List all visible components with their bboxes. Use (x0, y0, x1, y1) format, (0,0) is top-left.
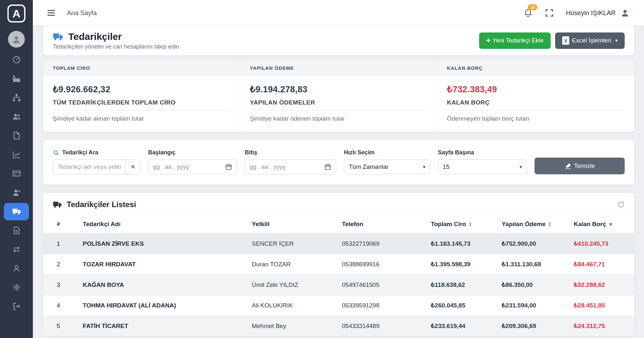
refresh-button[interactable] (617, 201, 625, 208)
breadcrumb[interactable]: Ana Sayfa (67, 9, 97, 17)
sidebar-item-logout[interactable] (0, 297, 33, 316)
calendar-icon (324, 163, 331, 170)
app-logo[interactable]: A (7, 5, 25, 23)
caret-down-icon: ▾ (615, 38, 618, 43)
user-name: Hüseyin IŞIKLAR (566, 9, 616, 17)
table-row[interactable]: 4 TOHMA HIRDAVAT (ALİ ADANA) Ali KOLUKIR… (43, 295, 634, 316)
quick-select-label: Hızlı Seçim (344, 149, 430, 156)
stat-total-turnover: TOPLAM CİRO ₺9.926.662,32 TÜM TEDARİKÇİL… (43, 60, 240, 132)
sidebar-item-invoices[interactable] (0, 221, 33, 240)
stat-value: ₺732.383,49 (447, 84, 625, 95)
contact-icon (12, 188, 21, 197)
sidebar-item-structure[interactable] (0, 88, 33, 107)
sort-icon: ▲▼ (469, 222, 472, 227)
table-row[interactable]: 2 TOZAR HIRDAVAT Duran TOZAR 05388699916… (43, 254, 634, 275)
sitemap-icon (12, 93, 21, 102)
sidebar-item-customers[interactable] (0, 107, 33, 126)
end-date-input[interactable]: gg . aa . yyyy (245, 160, 336, 174)
sidebar-item-transfers[interactable] (0, 240, 33, 259)
filters-card: Tedarikçi Ara ✕ Başlangıç gg . aa . yyyy (43, 140, 634, 185)
per-page-label: Sayfa Başına (438, 149, 527, 156)
excel-operations-button[interactable]: X Excel İşlemleri ▾ (555, 32, 625, 49)
sidebar-item-reports[interactable] (0, 145, 33, 164)
page-subtitle: Tedarikçileri yönetin ve cari hesapların… (53, 43, 179, 50)
document-icon (12, 131, 21, 140)
page-header-card: Tedarikçiler Tedarikçileri yönetin ve ca… (43, 26, 634, 55)
stat-value: ₺9.194.278,83 (250, 84, 427, 95)
sidebar-item-payments[interactable] (0, 164, 33, 183)
col-num: # (43, 215, 77, 233)
user-menu[interactable]: Hüseyin IŞIKLAR (566, 8, 630, 18)
col-phone: Telefon (336, 215, 425, 233)
app-root: A (0, 0, 644, 338)
stat-description: Şimdiye kadar ödenen toplam tutar (250, 115, 427, 122)
sidebar-item-suppliers[interactable] (0, 202, 33, 221)
supplier-name: KAĞAN BOYA (77, 275, 246, 295)
clear-search-button[interactable]: ✕ (126, 160, 140, 174)
supplier-name: TOHMA HIRDAVAT (ALİ ADANA) (77, 295, 246, 316)
stat-label: YAPILAN ÖDEMELER (250, 99, 427, 110)
stat-payments-made: YAPILAN ÖDEME ₺9.194.278,83 YAPILAN ÖDEM… (240, 60, 437, 132)
stat-remaining-debt: KALAN BORÇ ₺732.383,49 KALAN BORÇ Ödenme… (437, 60, 634, 132)
search-icon (53, 150, 59, 156)
sort-desc-icon: ▼ (609, 222, 613, 227)
search-label: Tedarikçi Ara (53, 149, 140, 156)
hamburger-menu-button[interactable] (46, 8, 56, 18)
clear-filters-button[interactable]: Temizle (535, 158, 625, 174)
supplier-name: TOZAR HIRDAVAT (77, 254, 246, 275)
col-turnover-sort[interactable]: Toplam Ciro▲▼ (425, 215, 496, 233)
factory-icon (12, 74, 21, 83)
suppliers-title-truck-icon (53, 32, 63, 42)
refresh-icon (617, 201, 625, 208)
suppliers-table-card: Tedarikçiler Listesi # Tedarikçi Adı Yet… (43, 193, 634, 336)
sidebar-item-production[interactable] (0, 69, 33, 88)
col-paid-sort[interactable]: Yapılan Ödeme▲▼ (496, 215, 568, 233)
page-title: Tedarikçiler (68, 31, 122, 42)
sidebar-item-documents[interactable] (0, 126, 33, 145)
truck-icon (12, 207, 21, 216)
avatar-person-icon (11, 34, 22, 44)
stats-row: TOPLAM CİRO ₺9.926.662,32 TÜM TEDARİKÇİL… (43, 60, 634, 132)
table-header-row: # Tedarikçi Adı Yetkili Telefon Toplam C… (43, 215, 634, 233)
col-debt-sort[interactable]: Kalan Borç▼ (568, 215, 634, 233)
table-row[interactable]: 3 KAĞAN BOYA Ümit Zeki YILDIZ 0549746150… (43, 275, 634, 295)
col-contact: Yetkili (246, 215, 336, 233)
logout-icon (12, 302, 21, 311)
search-input[interactable] (53, 160, 126, 174)
invoice-icon (12, 226, 21, 235)
calendar-icon (225, 163, 232, 170)
chart-icon (12, 150, 21, 159)
sidebar-nav (0, 50, 33, 316)
quick-select[interactable]: Tüm Zamanlar ▾ (344, 160, 430, 174)
list-truck-icon (53, 200, 62, 209)
plus-icon: + (486, 36, 491, 45)
credit-card-icon (12, 169, 21, 178)
clear-x-icon: ✕ (130, 164, 135, 170)
sidebar-item-dashboard[interactable] (0, 50, 33, 69)
fullscreen-button[interactable] (545, 8, 554, 18)
eraser-icon (564, 162, 572, 169)
sidebar-avatar[interactable] (8, 31, 25, 48)
users-icon (12, 112, 21, 121)
supplier-name: FATİH TİCARET (77, 316, 246, 336)
sidebar-item-account[interactable] (0, 259, 33, 278)
start-date-label: Başlangıç (148, 149, 237, 156)
per-page-select[interactable]: 15 ▾ (438, 160, 527, 174)
sidebar: A (0, 0, 33, 338)
stat-value: ₺9.926.662,32 (53, 84, 230, 95)
sort-icon: ▲▼ (548, 222, 551, 227)
add-supplier-button[interactable]: + Yeni Tedarikçi Ekle (479, 32, 551, 49)
transfer-icon (12, 245, 21, 254)
start-date-input[interactable]: gg . aa . yyyy (148, 160, 237, 174)
table-row[interactable]: 1 POLİSAN ZİRVE EKS SENCER İÇER 05322719… (43, 233, 634, 254)
table-row[interactable]: 5 FATİH TİCARET Mehmet Bey 05433314489 ₺… (43, 316, 634, 336)
stat-header: YAPILAN ÖDEME (240, 60, 437, 76)
expand-icon (545, 8, 554, 18)
page-content: Tedarikçiler Tedarikçileri yönetin ve ca… (33, 26, 644, 338)
excel-icon: X (562, 36, 569, 45)
notification-count-badge: 15 (528, 4, 537, 10)
sidebar-item-settings[interactable] (0, 278, 33, 297)
dashboard-icon (12, 55, 21, 64)
sidebar-item-contacts[interactable] (0, 183, 33, 202)
stat-header: TOPLAM CİRO (43, 60, 240, 76)
